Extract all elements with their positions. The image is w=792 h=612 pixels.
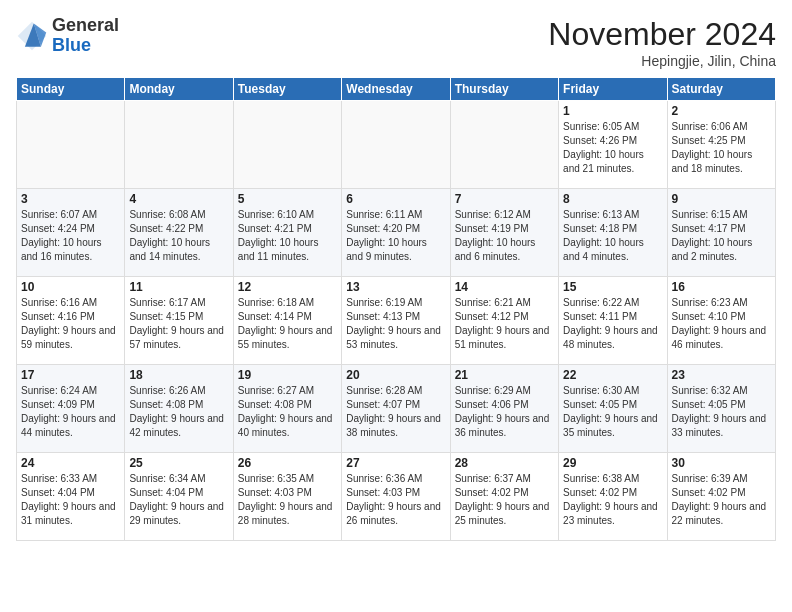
day-info: Sunrise: 6:13 AM Sunset: 4:18 PM Dayligh… (563, 208, 662, 264)
day-number: 12 (238, 280, 337, 294)
logo-icon (16, 20, 48, 52)
calendar-cell: 3Sunrise: 6:07 AM Sunset: 4:24 PM Daylig… (17, 189, 125, 277)
day-number: 18 (129, 368, 228, 382)
day-number: 15 (563, 280, 662, 294)
title-block: November 2024 Hepingjie, Jilin, China (548, 16, 776, 69)
day-info: Sunrise: 6:30 AM Sunset: 4:05 PM Dayligh… (563, 384, 662, 440)
day-number: 26 (238, 456, 337, 470)
calendar-header-thursday: Thursday (450, 78, 558, 101)
logo-general: General (52, 15, 119, 35)
day-info: Sunrise: 6:27 AM Sunset: 4:08 PM Dayligh… (238, 384, 337, 440)
day-info: Sunrise: 6:05 AM Sunset: 4:26 PM Dayligh… (563, 120, 662, 176)
calendar-week-2: 3Sunrise: 6:07 AM Sunset: 4:24 PM Daylig… (17, 189, 776, 277)
day-number: 4 (129, 192, 228, 206)
calendar-header-friday: Friday (559, 78, 667, 101)
calendar-week-5: 24Sunrise: 6:33 AM Sunset: 4:04 PM Dayli… (17, 453, 776, 541)
calendar-cell: 16Sunrise: 6:23 AM Sunset: 4:10 PM Dayli… (667, 277, 775, 365)
day-info: Sunrise: 6:06 AM Sunset: 4:25 PM Dayligh… (672, 120, 771, 176)
calendar-cell: 21Sunrise: 6:29 AM Sunset: 4:06 PM Dayli… (450, 365, 558, 453)
day-info: Sunrise: 6:38 AM Sunset: 4:02 PM Dayligh… (563, 472, 662, 528)
calendar-cell: 7Sunrise: 6:12 AM Sunset: 4:19 PM Daylig… (450, 189, 558, 277)
day-info: Sunrise: 6:21 AM Sunset: 4:12 PM Dayligh… (455, 296, 554, 352)
day-number: 3 (21, 192, 120, 206)
day-number: 24 (21, 456, 120, 470)
month-title: November 2024 (548, 16, 776, 53)
day-number: 28 (455, 456, 554, 470)
calendar-cell: 27Sunrise: 6:36 AM Sunset: 4:03 PM Dayli… (342, 453, 450, 541)
calendar-cell: 5Sunrise: 6:10 AM Sunset: 4:21 PM Daylig… (233, 189, 341, 277)
day-number: 16 (672, 280, 771, 294)
calendar-cell: 30Sunrise: 6:39 AM Sunset: 4:02 PM Dayli… (667, 453, 775, 541)
calendar-cell: 11Sunrise: 6:17 AM Sunset: 4:15 PM Dayli… (125, 277, 233, 365)
calendar-cell: 22Sunrise: 6:30 AM Sunset: 4:05 PM Dayli… (559, 365, 667, 453)
day-number: 23 (672, 368, 771, 382)
day-info: Sunrise: 6:24 AM Sunset: 4:09 PM Dayligh… (21, 384, 120, 440)
calendar-cell: 10Sunrise: 6:16 AM Sunset: 4:16 PM Dayli… (17, 277, 125, 365)
calendar-cell: 25Sunrise: 6:34 AM Sunset: 4:04 PM Dayli… (125, 453, 233, 541)
calendar-header-row: SundayMondayTuesdayWednesdayThursdayFrid… (17, 78, 776, 101)
day-info: Sunrise: 6:37 AM Sunset: 4:02 PM Dayligh… (455, 472, 554, 528)
day-number: 8 (563, 192, 662, 206)
calendar-cell (17, 101, 125, 189)
day-info: Sunrise: 6:28 AM Sunset: 4:07 PM Dayligh… (346, 384, 445, 440)
day-info: Sunrise: 6:33 AM Sunset: 4:04 PM Dayligh… (21, 472, 120, 528)
day-number: 13 (346, 280, 445, 294)
calendar-header-monday: Monday (125, 78, 233, 101)
calendar-cell: 17Sunrise: 6:24 AM Sunset: 4:09 PM Dayli… (17, 365, 125, 453)
day-info: Sunrise: 6:35 AM Sunset: 4:03 PM Dayligh… (238, 472, 337, 528)
day-info: Sunrise: 6:36 AM Sunset: 4:03 PM Dayligh… (346, 472, 445, 528)
day-number: 27 (346, 456, 445, 470)
header: General Blue November 2024 Hepingjie, Ji… (16, 16, 776, 69)
day-info: Sunrise: 6:19 AM Sunset: 4:13 PM Dayligh… (346, 296, 445, 352)
day-info: Sunrise: 6:18 AM Sunset: 4:14 PM Dayligh… (238, 296, 337, 352)
day-info: Sunrise: 6:23 AM Sunset: 4:10 PM Dayligh… (672, 296, 771, 352)
calendar-header-saturday: Saturday (667, 78, 775, 101)
calendar-week-1: 1Sunrise: 6:05 AM Sunset: 4:26 PM Daylig… (17, 101, 776, 189)
day-info: Sunrise: 6:15 AM Sunset: 4:17 PM Dayligh… (672, 208, 771, 264)
calendar-week-4: 17Sunrise: 6:24 AM Sunset: 4:09 PM Dayli… (17, 365, 776, 453)
calendar-cell: 20Sunrise: 6:28 AM Sunset: 4:07 PM Dayli… (342, 365, 450, 453)
calendar-cell: 24Sunrise: 6:33 AM Sunset: 4:04 PM Dayli… (17, 453, 125, 541)
day-number: 20 (346, 368, 445, 382)
day-number: 11 (129, 280, 228, 294)
calendar-table: SundayMondayTuesdayWednesdayThursdayFrid… (16, 77, 776, 541)
day-number: 1 (563, 104, 662, 118)
calendar-cell (342, 101, 450, 189)
day-number: 6 (346, 192, 445, 206)
location: Hepingjie, Jilin, China (548, 53, 776, 69)
day-number: 2 (672, 104, 771, 118)
calendar-cell: 29Sunrise: 6:38 AM Sunset: 4:02 PM Dayli… (559, 453, 667, 541)
day-info: Sunrise: 6:26 AM Sunset: 4:08 PM Dayligh… (129, 384, 228, 440)
calendar-cell: 18Sunrise: 6:26 AM Sunset: 4:08 PM Dayli… (125, 365, 233, 453)
calendar-cell: 9Sunrise: 6:15 AM Sunset: 4:17 PM Daylig… (667, 189, 775, 277)
logo: General Blue (16, 16, 119, 56)
day-number: 10 (21, 280, 120, 294)
calendar-cell (450, 101, 558, 189)
logo-blue: Blue (52, 35, 91, 55)
day-info: Sunrise: 6:17 AM Sunset: 4:15 PM Dayligh… (129, 296, 228, 352)
day-info: Sunrise: 6:34 AM Sunset: 4:04 PM Dayligh… (129, 472, 228, 528)
calendar-cell: 15Sunrise: 6:22 AM Sunset: 4:11 PM Dayli… (559, 277, 667, 365)
day-info: Sunrise: 6:29 AM Sunset: 4:06 PM Dayligh… (455, 384, 554, 440)
day-number: 14 (455, 280, 554, 294)
calendar-cell: 28Sunrise: 6:37 AM Sunset: 4:02 PM Dayli… (450, 453, 558, 541)
page: General Blue November 2024 Hepingjie, Ji… (0, 0, 792, 612)
calendar-week-3: 10Sunrise: 6:16 AM Sunset: 4:16 PM Dayli… (17, 277, 776, 365)
day-number: 25 (129, 456, 228, 470)
day-number: 9 (672, 192, 771, 206)
calendar-cell: 4Sunrise: 6:08 AM Sunset: 4:22 PM Daylig… (125, 189, 233, 277)
day-info: Sunrise: 6:32 AM Sunset: 4:05 PM Dayligh… (672, 384, 771, 440)
day-info: Sunrise: 6:11 AM Sunset: 4:20 PM Dayligh… (346, 208, 445, 264)
calendar-cell: 2Sunrise: 6:06 AM Sunset: 4:25 PM Daylig… (667, 101, 775, 189)
calendar-header-sunday: Sunday (17, 78, 125, 101)
day-info: Sunrise: 6:08 AM Sunset: 4:22 PM Dayligh… (129, 208, 228, 264)
calendar-cell (125, 101, 233, 189)
calendar-header-wednesday: Wednesday (342, 78, 450, 101)
day-info: Sunrise: 6:39 AM Sunset: 4:02 PM Dayligh… (672, 472, 771, 528)
calendar-header-tuesday: Tuesday (233, 78, 341, 101)
day-info: Sunrise: 6:16 AM Sunset: 4:16 PM Dayligh… (21, 296, 120, 352)
calendar-cell: 19Sunrise: 6:27 AM Sunset: 4:08 PM Dayli… (233, 365, 341, 453)
calendar-cell: 23Sunrise: 6:32 AM Sunset: 4:05 PM Dayli… (667, 365, 775, 453)
day-number: 17 (21, 368, 120, 382)
logo-text: General Blue (52, 16, 119, 56)
